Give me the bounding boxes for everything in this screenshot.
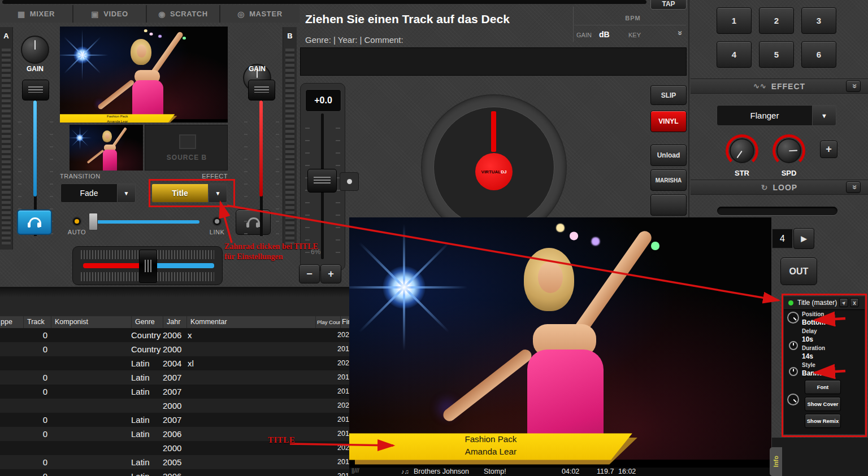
scratch-icon: ◉ [158, 10, 166, 19]
pitch-minus-button[interactable]: − [299, 264, 320, 283]
bokeh-lights [183, 37, 186, 40]
double-chevron-icon: « [849, 185, 858, 189]
pitch-plus-button[interactable]: + [320, 264, 341, 283]
video-crossfader-handle[interactable] [89, 213, 98, 230]
deck-a-gain-knob[interactable] [21, 36, 49, 64]
sideview-panel [772, 438, 868, 476]
effect-collapse-button[interactable]: « [846, 80, 861, 92]
loop-progress-bar[interactable] [717, 207, 837, 215]
virtualdj-window: ▦MIXER ▣VIDEO ◉SCRATCH ◎MASTER A GAIN Fa… [0, 0, 868, 476]
crossfader-panel [72, 246, 223, 285]
music-note-icon: ♪♫ [401, 468, 409, 475]
column-header-track[interactable]: Track [23, 316, 51, 328]
column-header-kommentar[interactable]: Kommentar [186, 316, 315, 328]
source-a-thumbnail[interactable] [70, 125, 143, 171]
crossfader-handle[interactable] [139, 250, 157, 283]
loop-play-button[interactable]: ▶ [793, 228, 814, 249]
table-row[interactable]: 0Latin2007201 [0, 413, 349, 427]
table-row[interactable]: 0Latin2006201 [0, 427, 349, 441]
table-row[interactable]: 0Latin2006201 [0, 469, 349, 476]
column-header-first[interactable]: Fir [340, 316, 349, 328]
deck-b-volume-fader[interactable] [248, 80, 275, 101]
marisha-button[interactable]: MARISHA [650, 169, 687, 191]
pad-2[interactable]: 2 [759, 7, 794, 34]
deck-b-strip: B [283, 27, 297, 250]
banner-artist: Amanda Lear [60, 119, 175, 123]
link-radio-dot [215, 219, 219, 224]
effect-dropdown-arrow[interactable]: ▼ [813, 105, 836, 126]
effect-spd-knob[interactable] [772, 134, 805, 167]
deck-b-headphone-button[interactable] [236, 209, 271, 235]
info-tab[interactable]: Info [770, 447, 782, 476]
play-icon: ▶ [801, 234, 807, 243]
column-header-genre[interactable]: Genre [131, 316, 163, 328]
pitch-display: +0.0 [305, 89, 341, 112]
deck-a-level-meter [2, 49, 11, 245]
column-header-jahr[interactable]: Jahr [163, 316, 186, 328]
deck-a-volume-fader[interactable] [22, 80, 49, 101]
transition-label: TRANSITION [60, 173, 101, 180]
auto-radio[interactable] [72, 216, 82, 226]
loop-length-value[interactable]: 4 [772, 229, 793, 248]
key-readout-label: KEY [628, 32, 641, 38]
now-playing-row[interactable]: ||/// ♪♫ Brothers Johnson Stomp! 04:02 1… [349, 468, 771, 476]
divider [573, 7, 574, 42]
transition-dropdown-arrow[interactable]: ▼ [118, 184, 136, 203]
table-row[interactable]: 0Country2000201 [0, 342, 349, 356]
table-row[interactable]: 2000202 [0, 399, 349, 413]
pitch-fader-handle[interactable] [307, 169, 337, 193]
double-chevron-icon: « [849, 84, 858, 88]
auto-label: AUTO [61, 229, 93, 235]
loop-section-header: ↻ LOOP [691, 180, 868, 195]
table-row[interactable]: 2000202 [0, 441, 349, 455]
add-effect-button[interactable]: + [820, 141, 837, 158]
tab-master[interactable]: ◎MASTER [220, 5, 300, 23]
loop-out-button[interactable]: OUT [780, 257, 817, 285]
table-row[interactable]: Latin2004xl202 [0, 356, 349, 370]
deck-b-fader-ticks-left [244, 110, 248, 237]
loop-collapse-button[interactable]: « [846, 181, 861, 193]
unload-button[interactable]: Unload [650, 145, 687, 166]
browser-header-row: ppe Track Komponist Genre Jahr Kommentar… [0, 316, 349, 328]
column-header-komponist[interactable]: Komponist [51, 316, 131, 328]
browser-track-list: 0Country2006x202 0Country2000201 Latin20… [0, 328, 349, 476]
tab-video[interactable]: ▣VIDEO [73, 5, 146, 23]
vinyl-button[interactable]: VINYL [650, 111, 687, 132]
pad-5[interactable]: 5 [759, 41, 794, 68]
video-icon: ▣ [91, 10, 99, 19]
headphone-icon [28, 217, 41, 228]
virtualdj-logo: VIRTUALDJ [475, 153, 513, 190]
annotation-box-title-effect [149, 179, 235, 207]
bpm-label: BPM [613, 15, 653, 21]
jog-position-needle [491, 111, 496, 152]
link-label: LINK [203, 229, 231, 235]
deck-a-video-preview: Fashion Pack Amanda Lear [60, 27, 228, 123]
effect-select[interactable]: Flanger [717, 105, 813, 126]
blank-button[interactable] [650, 194, 687, 216]
effect-str-knob[interactable] [726, 134, 758, 167]
pad-1[interactable]: 1 [717, 7, 752, 34]
table-row[interactable]: 0Country2006x202 [0, 328, 349, 342]
link-radio[interactable] [212, 216, 222, 226]
column-header-playcount[interactable]: Play Count [315, 316, 340, 328]
pad-3[interactable]: 3 [801, 7, 836, 34]
tab-scratch[interactable]: ◉SCRATCH [147, 5, 219, 23]
expand-chevrons-button[interactable]: « [671, 28, 686, 41]
slip-button[interactable]: SLIP [650, 85, 687, 105]
now-playing-title: Stomp! [484, 468, 506, 475]
pad-4[interactable]: 4 [717, 41, 752, 68]
deck-a-headphone-button[interactable] [17, 209, 52, 235]
deck-a-strip: A [0, 27, 13, 250]
pitch-reset-button[interactable] [340, 172, 359, 191]
table-row[interactable]: 0Latin2007201 [0, 385, 349, 399]
tap-button[interactable]: TAP [650, 0, 687, 10]
transition-select[interactable]: Fade [60, 184, 118, 203]
annotation-title-label: TITLE [268, 435, 295, 445]
tab-mixer[interactable]: ▦MIXER [0, 5, 72, 23]
table-row[interactable]: 0Latin2005201 [0, 455, 349, 469]
source-b-slot[interactable]: SOURCE B [145, 125, 228, 171]
pad-6[interactable]: 6 [801, 41, 836, 68]
minus-icon: − [306, 268, 313, 280]
table-row[interactable]: 0Latin2007201 [0, 370, 349, 385]
column-header-gruppe[interactable]: ppe [0, 316, 23, 328]
